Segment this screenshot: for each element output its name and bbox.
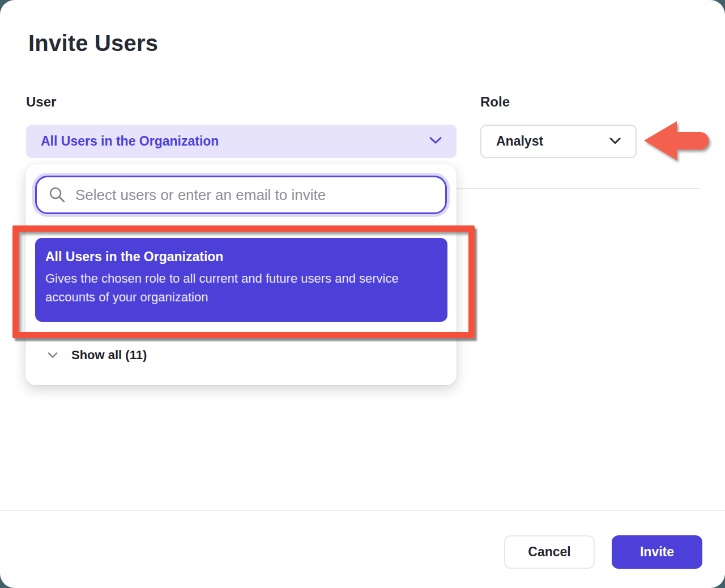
show-all-label: Show all (11) — [71, 348, 147, 363]
cancel-button[interactable]: Cancel — [504, 535, 595, 569]
footer-divider — [0, 510, 725, 511]
search-input[interactable] — [75, 186, 434, 204]
chevron-down-icon — [48, 352, 58, 359]
search-icon — [48, 186, 66, 204]
red-arrow-icon — [642, 115, 713, 169]
user-dropdown-panel: All Users in the Organization Gives the … — [25, 164, 457, 385]
user-select-value: All Users in the Organization — [41, 134, 219, 149]
show-all-toggle[interactable]: Show all (11) — [48, 348, 147, 363]
option-description: Gives the chosen role to all current and… — [45, 270, 433, 306]
role-field-label: Role — [480, 94, 510, 110]
chevron-down-icon — [609, 137, 621, 147]
page-title: Invite Users — [28, 31, 158, 56]
role-select[interactable]: Analyst — [480, 125, 637, 158]
user-select[interactable]: All Users in the Organization — [26, 125, 457, 158]
user-search-field[interactable] — [35, 176, 447, 214]
role-select-value: Analyst — [496, 134, 543, 149]
chevron-down-icon — [429, 137, 442, 147]
invite-button[interactable]: Invite — [612, 535, 702, 569]
user-field-label: User — [26, 94, 56, 110]
divider — [457, 188, 700, 189]
dropdown-option-all-users[interactable]: All Users in the Organization Gives the … — [35, 238, 447, 322]
invite-users-modal: Invite Users User Role All Users in the … — [0, 0, 725, 588]
option-title: All Users in the Organization — [45, 249, 437, 265]
